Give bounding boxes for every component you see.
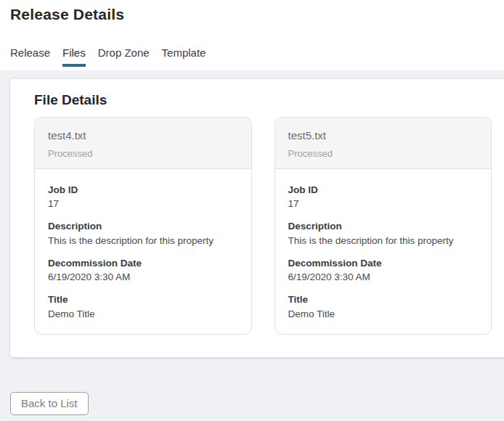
- tab-files[interactable]: Files: [62, 46, 86, 67]
- field-label: Job ID: [288, 184, 479, 197]
- field-label: Title: [48, 293, 238, 306]
- tab-template[interactable]: Template: [162, 46, 206, 67]
- field-label: Job ID: [48, 184, 238, 197]
- field-description: Description This is the description for …: [288, 220, 479, 247]
- field-decommission-date: Decommission Date 6/19/2020 3:30 AM: [48, 257, 238, 284]
- field-value: 17: [288, 197, 479, 210]
- field-value: This is the description for this propert…: [288, 234, 479, 248]
- field-description: Description This is the description for …: [48, 220, 238, 247]
- file-details-panel: File Details test4.txt Processed Job ID …: [10, 79, 504, 357]
- field-value: Demo Title: [48, 308, 238, 321]
- field-label: Decommission Date: [288, 257, 479, 270]
- panel-heading: File Details: [34, 92, 492, 108]
- file-card-header: test5.txt Processed: [275, 118, 492, 169]
- field-label: Description: [288, 220, 479, 233]
- page-header: Release Details Release Files Drop Zone …: [0, 0, 504, 70]
- field-label: Title: [288, 293, 479, 306]
- file-card-header: test4.txt Processed: [35, 118, 251, 169]
- field-value: This is the description for this propert…: [48, 234, 238, 248]
- field-title: Title Demo Title: [48, 293, 238, 320]
- file-status: Processed: [48, 148, 238, 159]
- field-label: Decommission Date: [48, 257, 238, 270]
- field-title: Title Demo Title: [288, 293, 479, 320]
- file-status: Processed: [288, 148, 479, 159]
- field-job-id: Job ID 17: [48, 184, 238, 210]
- file-name: test5.txt: [288, 129, 479, 142]
- field-decommission-date: Decommission Date 6/19/2020 3:30 AM: [288, 257, 479, 284]
- tab-bar: Release Files Drop Zone Template: [10, 46, 504, 67]
- file-name: test4.txt: [48, 129, 238, 142]
- tab-release[interactable]: Release: [10, 46, 50, 67]
- field-value: 6/19/2020 3:30 AM: [48, 271, 238, 284]
- content-area: File Details test4.txt Processed Job ID …: [0, 70, 504, 421]
- tab-drop-zone[interactable]: Drop Zone: [98, 46, 150, 67]
- file-card: test5.txt Processed Job ID 17 Descriptio…: [275, 117, 492, 335]
- file-card: test4.txt Processed Job ID 17 Descriptio…: [34, 117, 252, 335]
- file-card-body: Job ID 17 Description This is the descri…: [275, 169, 492, 335]
- field-value: Demo Title: [288, 308, 479, 321]
- field-value: 6/19/2020 3:30 AM: [288, 271, 479, 284]
- field-label: Description: [48, 220, 238, 233]
- back-to-list-button[interactable]: Back to List: [10, 392, 89, 415]
- field-value: 17: [48, 197, 238, 210]
- footer: Back to List: [0, 357, 504, 415]
- file-card-body: Job ID 17 Description This is the descri…: [35, 169, 251, 335]
- field-job-id: Job ID 17: [288, 184, 479, 210]
- file-card-list: test4.txt Processed Job ID 17 Descriptio…: [34, 117, 492, 335]
- screen: Release Details Release Files Drop Zone …: [0, 0, 504, 421]
- page-title: Release Details: [10, 6, 504, 23]
